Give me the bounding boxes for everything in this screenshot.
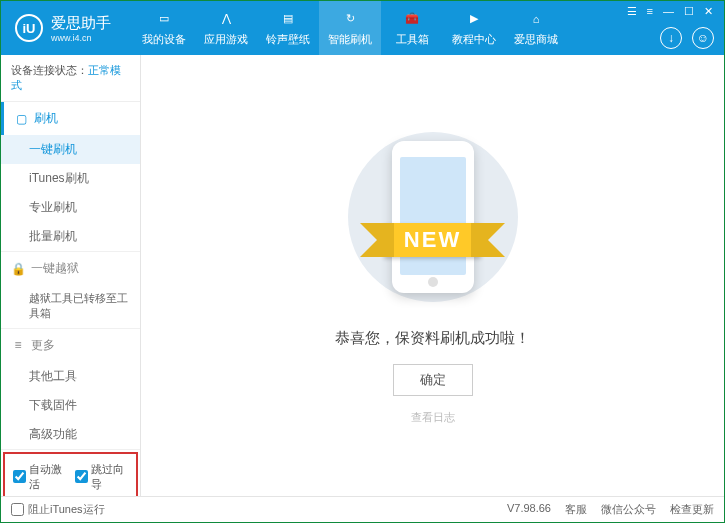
nav-item-flash[interactable]: ↻智能刷机 — [319, 1, 381, 55]
footer-link-support[interactable]: 客服 — [565, 502, 587, 517]
connection-status: 设备连接状态：正常模式 — [1, 55, 140, 102]
top-bar: iU 爱思助手 www.i4.cn ▭我的设备⋀应用游戏▤铃声壁纸↻智能刷机🧰工… — [1, 1, 724, 55]
body: 设备连接状态：正常模式 ▢ 刷机 一键刷机iTunes刷机专业刷机批量刷机 🔒 … — [1, 55, 724, 496]
version-label: V7.98.66 — [507, 502, 551, 517]
checkbox-auto-activate[interactable]: 自动激活 — [13, 462, 67, 492]
nav-item-tutorial[interactable]: ▶教程中心 — [443, 1, 505, 55]
maximize-icon[interactable]: ☐ — [681, 5, 697, 18]
footer-link-wechat[interactable]: 微信公众号 — [601, 502, 656, 517]
footer-link-update[interactable]: 检查更新 — [670, 502, 714, 517]
checkbox-skip-guide-input[interactable] — [75, 470, 88, 483]
nav-label: 我的设备 — [142, 32, 186, 47]
success-illustration: NEW — [323, 127, 543, 307]
new-ribbon: NEW — [384, 223, 481, 257]
success-message: 恭喜您，保资料刷机成功啦！ — [335, 329, 530, 348]
footer: 阻止iTunes运行 V7.98.66 客服 微信公众号 检查更新 — [1, 496, 724, 522]
lock-icon: 🔒 — [11, 262, 25, 276]
sidebar-head-jailbreak-label: 一键越狱 — [31, 260, 79, 277]
checkbox-skip-guide-label: 跳过向导 — [91, 462, 129, 492]
sidebar-head-more-label: 更多 — [31, 337, 55, 354]
flash-icon: ▢ — [14, 112, 28, 126]
brand-logo-icon: iU — [15, 14, 43, 42]
brand-text: 爱思助手 www.i4.cn — [51, 14, 111, 43]
sidebar-item-flash-0[interactable]: 一键刷机 — [1, 135, 140, 164]
sidebar-section-flash: ▢ 刷机 一键刷机iTunes刷机专业刷机批量刷机 — [1, 102, 140, 252]
settings-icon[interactable]: ≡ — [644, 5, 656, 18]
menu-icon: ≡ — [11, 338, 25, 352]
sidebar-head-more[interactable]: ≡ 更多 — [1, 329, 140, 362]
sidebar-item-flash-3[interactable]: 批量刷机 — [1, 222, 140, 251]
block-itunes-input[interactable] — [11, 503, 24, 516]
tutorial-icon: ▶ — [465, 10, 483, 28]
wallpaper-icon: ▤ — [279, 10, 297, 28]
nav-item-toolbox[interactable]: 🧰工具箱 — [381, 1, 443, 55]
sidebar-head-flash[interactable]: ▢ 刷机 — [1, 102, 140, 135]
window-controls: ☰≡—☐✕ — [624, 5, 716, 18]
view-log-link[interactable]: 查看日志 — [411, 410, 455, 425]
sidebar-item-jailbreak-note: 越狱工具已转移至工具箱 — [1, 285, 140, 328]
toolbox-icon: 🧰 — [403, 10, 421, 28]
app-window: iU 爱思助手 www.i4.cn ▭我的设备⋀应用游戏▤铃声壁纸↻智能刷机🧰工… — [0, 0, 725, 523]
brand: iU 爱思助手 www.i4.cn — [1, 14, 125, 43]
flash-icon: ↻ — [341, 10, 359, 28]
apps-icon: ⋀ — [217, 10, 235, 28]
sidebar-head-flash-label: 刷机 — [34, 110, 58, 127]
sidebar-head-jailbreak[interactable]: 🔒 一键越狱 — [1, 252, 140, 285]
sidebar-item-more-2[interactable]: 高级功能 — [1, 420, 140, 449]
user-controls: ↓ ☺ — [660, 27, 714, 49]
sidebar-bottom: 自动激活 跳过向导 📱 iPhone 12 mini 64GB Down-12m… — [1, 450, 140, 496]
footer-right: V7.98.66 客服 微信公众号 检查更新 — [507, 502, 714, 517]
nav-item-apps[interactable]: ⋀应用游戏 — [195, 1, 257, 55]
brand-url: www.i4.cn — [51, 33, 111, 43]
close-icon[interactable]: ✕ — [701, 5, 716, 18]
checkbox-skip-guide[interactable]: 跳过向导 — [75, 462, 129, 492]
sidebar-item-more-0[interactable]: 其他工具 — [1, 362, 140, 391]
nav-label: 爱思商城 — [514, 32, 558, 47]
ok-button[interactable]: 确定 — [393, 364, 473, 396]
minimize-icon[interactable]: — — [660, 5, 677, 18]
phone-icon: ▭ — [155, 10, 173, 28]
download-icon[interactable]: ↓ — [660, 27, 682, 49]
checkbox-auto-activate-label: 自动激活 — [29, 462, 67, 492]
brand-name: 爱思助手 — [51, 14, 111, 33]
menu-icon[interactable]: ☰ — [624, 5, 640, 18]
sidebar-item-flash-1[interactable]: iTunes刷机 — [1, 164, 140, 193]
connection-label: 设备连接状态： — [11, 64, 88, 76]
phone-graphic — [392, 141, 474, 293]
user-icon[interactable]: ☺ — [692, 27, 714, 49]
nav-label: 教程中心 — [452, 32, 496, 47]
sidebar-item-flash-2[interactable]: 专业刷机 — [1, 193, 140, 222]
main-content: NEW 恭喜您，保资料刷机成功啦！ 确定 查看日志 — [141, 55, 724, 496]
nav-item-store[interactable]: ⌂爱思商城 — [505, 1, 567, 55]
sidebar-section-more: ≡ 更多 其他工具下载固件高级功能 — [1, 329, 140, 450]
block-itunes-checkbox[interactable]: 阻止iTunes运行 — [11, 502, 105, 517]
nav-label: 铃声壁纸 — [266, 32, 310, 47]
nav-label: 应用游戏 — [204, 32, 248, 47]
main-nav: ▭我的设备⋀应用游戏▤铃声壁纸↻智能刷机🧰工具箱▶教程中心⌂爱思商城 — [133, 1, 567, 55]
sidebar: 设备连接状态：正常模式 ▢ 刷机 一键刷机iTunes刷机专业刷机批量刷机 🔒 … — [1, 55, 141, 496]
nav-label: 工具箱 — [396, 32, 429, 47]
store-icon: ⌂ — [527, 10, 545, 28]
nav-label: 智能刷机 — [328, 32, 372, 47]
nav-item-wallpaper[interactable]: ▤铃声壁纸 — [257, 1, 319, 55]
nav-item-phone[interactable]: ▭我的设备 — [133, 1, 195, 55]
checkbox-row: 自动激活 跳过向导 — [3, 452, 138, 496]
sidebar-item-more-1[interactable]: 下载固件 — [1, 391, 140, 420]
block-itunes-label: 阻止iTunes运行 — [28, 502, 105, 517]
checkbox-auto-activate-input[interactable] — [13, 470, 26, 483]
sidebar-section-jailbreak: 🔒 一键越狱 越狱工具已转移至工具箱 — [1, 252, 140, 329]
